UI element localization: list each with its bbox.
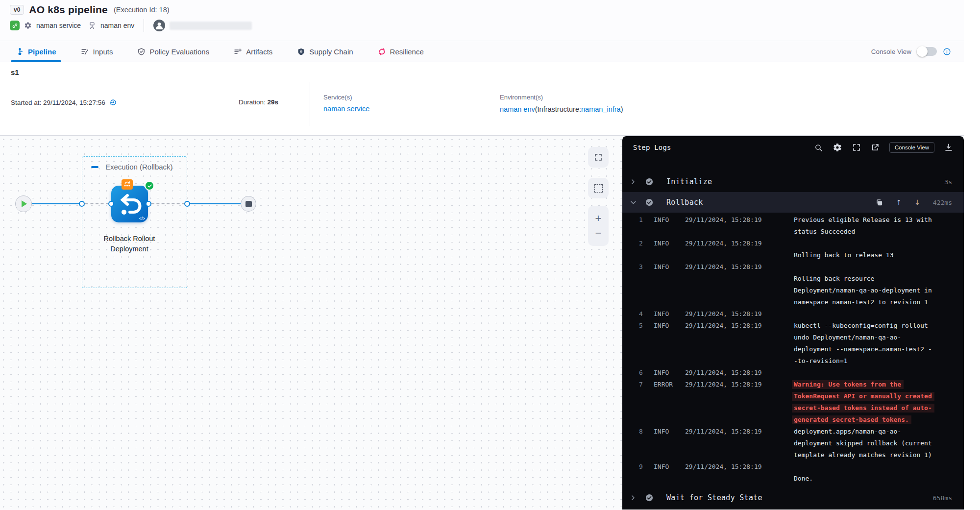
- log-level: INFO: [654, 261, 679, 273]
- connector-dot: [184, 201, 190, 207]
- header-env-name[interactable]: naman env: [100, 22, 134, 29]
- execution-id: (Execution Id: 18): [114, 6, 170, 14]
- app-window: v0 AO k8s pipeline (Execution Id: 18) na…: [0, 0, 964, 510]
- fullscreen-icon[interactable]: [852, 143, 861, 152]
- log-message: Previous eligible Release is 13 withstat…: [794, 214, 954, 238]
- collapse-group-icon[interactable]: [91, 166, 98, 168]
- log-level: INFO: [654, 426, 679, 437]
- log-entry: 4INFO29/11/2024, 15:28:19: [639, 308, 954, 320]
- step-success-check-icon: [645, 177, 654, 186]
- header-service-name[interactable]: naman service: [36, 22, 81, 29]
- rollout-badge-icon: [122, 179, 133, 190]
- log-section-initialize[interactable]: Initialize 3s: [622, 171, 964, 192]
- search-icon[interactable]: [814, 144, 823, 152]
- section-duration: 658ms: [933, 494, 952, 502]
- log-message: [794, 367, 954, 379]
- log-entry: 2INFO29/11/2024, 15:28:19Rolling back to…: [639, 238, 954, 261]
- step-success-icon: [145, 181, 154, 191]
- tab-resilience[interactable]: Resilience: [376, 41, 426, 62]
- log-entry: 9INFO29/11/2024, 15:28:19Done.: [639, 461, 954, 485]
- log-section-wait-steady-state[interactable]: Wait for Steady State 658ms: [622, 487, 964, 508]
- step-node-label: Rollback Rollout Deployment: [90, 234, 169, 254]
- user-avatar-icon[interactable]: [153, 20, 165, 31]
- group-label: Execution (Rollback): [105, 163, 173, 171]
- log-level: INFO: [654, 238, 679, 249]
- info-icon[interactable]: [943, 48, 951, 56]
- stop-icon: [245, 201, 252, 207]
- log-entry: 6INFO29/11/2024, 15:28:19: [639, 367, 954, 379]
- log-entry: 1INFO29/11/2024, 15:28:19Previous eligib…: [639, 214, 954, 238]
- scroll-up-icon[interactable]: ↑: [896, 198, 902, 206]
- pipeline-icon: [16, 48, 24, 56]
- stage-name: s1: [11, 68, 19, 76]
- log-timestamp: 29/11/2024, 15:28:19: [685, 379, 768, 390]
- pipeline-end-node[interactable]: [241, 196, 256, 212]
- log-level: INFO: [654, 367, 679, 379]
- environment-link[interactable]: naman env: [500, 105, 535, 113]
- header-divider: [144, 19, 144, 32]
- console-view-label: Console View: [871, 48, 911, 55]
- duration-value: 29s: [268, 98, 279, 106]
- log-timestamp: 29/11/2024, 15:28:19: [685, 308, 768, 320]
- environment-icon: [88, 22, 96, 29]
- log-level: INFO: [654, 214, 679, 226]
- edge-end: [187, 203, 241, 204]
- log-timestamp: 29/11/2024, 15:28:19: [685, 214, 768, 226]
- section-duration: 422ms: [933, 199, 952, 206]
- log-entry: 5INFO29/11/2024, 15:28:19kubectl --kubec…: [639, 320, 954, 367]
- log-entry: 8INFO29/11/2024, 15:28:19deployment.apps…: [639, 426, 954, 461]
- canvas-select-button[interactable]: [588, 178, 609, 198]
- policy-shield-icon: [137, 48, 146, 56]
- environments-label: Environment(s): [500, 94, 623, 101]
- log-message: Done.: [794, 461, 954, 485]
- canvas-fit-button[interactable]: [588, 147, 609, 168]
- step-logs-panel: Step Logs Console View: [622, 136, 964, 510]
- infrastructure-link[interactable]: naman_infra: [581, 105, 621, 113]
- log-settings-gear-icon[interactable]: [833, 143, 842, 152]
- download-logs-icon[interactable]: [944, 143, 953, 152]
- redacted-user-info: [170, 22, 252, 30]
- scroll-down-icon[interactable]: ↓: [914, 198, 920, 206]
- service-link[interactable]: naman service: [323, 105, 369, 113]
- tab-label: Supply Chain: [309, 48, 353, 56]
- canvas-zoom-buttons[interactable]: + −: [588, 206, 609, 246]
- tab-label: Policy Evaluations: [149, 48, 209, 56]
- log-line-number: 7: [639, 379, 647, 390]
- zoom-out-icon[interactable]: −: [595, 229, 602, 237]
- log-level: INFO: [654, 461, 679, 473]
- log-line-number: 3: [639, 261, 647, 273]
- toggle-knob: [917, 46, 928, 57]
- cd-module-icon: [10, 21, 20, 30]
- tab-artifacts[interactable]: Artifacts: [232, 41, 274, 62]
- copy-logs-icon[interactable]: [876, 199, 883, 206]
- zoom-in-icon[interactable]: +: [595, 215, 602, 222]
- rollback-step-node[interactable]: </>: [111, 186, 148, 222]
- console-view-toggle[interactable]: [917, 47, 937, 56]
- tab-supply-chain[interactable]: Supply Chain: [295, 41, 355, 62]
- log-timestamp: 29/11/2024, 15:28:19: [685, 367, 768, 379]
- log-timestamp: 29/11/2024, 15:28:19: [685, 261, 768, 273]
- log-section-rollback[interactable]: Rollback ↑ ↓ 422ms: [622, 192, 964, 213]
- section-duration: 3s: [944, 178, 952, 186]
- console-view-button[interactable]: Console View: [889, 142, 934, 153]
- tab-label: Artifacts: [246, 48, 272, 56]
- retry-history-icon[interactable]: [109, 98, 117, 106]
- log-entry: 7ERROR29/11/2024, 15:28:19Warning: Use t…: [639, 379, 954, 426]
- section-label: Rollback: [666, 198, 703, 207]
- log-line-number: 6: [639, 367, 647, 379]
- connector-dot: [108, 201, 114, 207]
- log-line-number: 9: [639, 461, 647, 473]
- open-in-new-icon[interactable]: [871, 143, 880, 152]
- tab-policy-evaluations[interactable]: Policy Evaluations: [135, 41, 211, 62]
- tab-inputs[interactable]: Inputs: [79, 41, 115, 62]
- connector-dot: [79, 201, 85, 207]
- log-line-number: 8: [639, 426, 647, 437]
- pipeline-start-node[interactable]: [15, 195, 32, 212]
- log-message: kubectl --kubeconfig=config rolloutundo …: [794, 320, 954, 367]
- gear-icon[interactable]: [24, 22, 32, 29]
- log-message: [794, 308, 954, 320]
- tab-pipeline[interactable]: Pipeline: [14, 41, 58, 62]
- tab-bar: Pipeline Inputs Policy Evaluations Artif…: [0, 41, 964, 62]
- log-level: ERROR: [654, 379, 679, 390]
- chevron-right-icon: [630, 495, 637, 501]
